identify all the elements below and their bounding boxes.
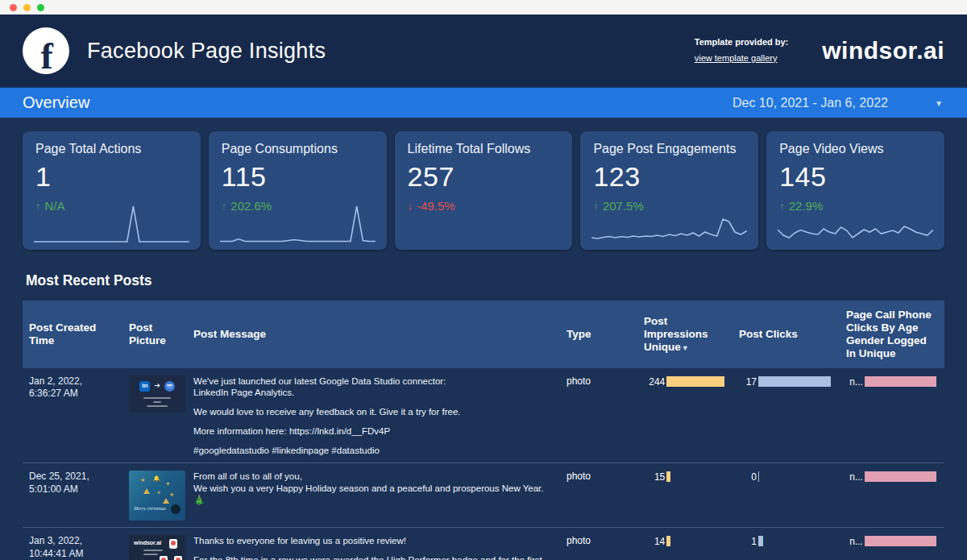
post-thumbnail-image: in ➔	[129, 375, 185, 413]
data-studio-icon	[164, 381, 175, 392]
post-clicks-cell: 0	[733, 471, 840, 521]
chevron-down-icon: ▾	[936, 97, 941, 109]
most-recent-posts-heading: Most Recent Posts	[26, 272, 941, 289]
post-impressions-cell: 14	[637, 535, 733, 560]
phone-clicks-value: n...	[846, 471, 863, 484]
kpi-title: Page Video Views	[779, 142, 932, 156]
message-line: From all of us to all of you,	[193, 471, 552, 483]
impressions-value: 244	[644, 376, 665, 389]
arrow-right-icon: ➔	[154, 381, 160, 391]
clicks-value: 17	[739, 376, 757, 389]
g2-badge-icon	[169, 539, 177, 549]
close-window-button[interactable]	[10, 4, 17, 11]
kpi-title: Lifetime Total Follows	[408, 142, 560, 156]
column-header-page-call-phone-clicks[interactable]: Page Call Phone Clicks By Age Gender Log…	[840, 301, 944, 368]
phone-clicks-cell: n...	[840, 375, 944, 457]
message-line: #googledatastudio #linkedinpage #datastu…	[193, 445, 552, 457]
kpi-value: 123	[593, 161, 745, 193]
message-line: More information here: https://lnkd.in/d…	[193, 425, 552, 438]
message-line: We've just launched our latest Google Da…	[193, 375, 552, 388]
phone-clicks-value: n...	[846, 536, 863, 549]
message-line: We wish you a very Happy Holiday season …	[193, 483, 552, 506]
kpi-value: 115	[222, 161, 374, 193]
merry-christmas-script-text: Merry christmas	[134, 506, 166, 512]
kpi-title: Page Total Actions	[35, 142, 188, 156]
page-title: Facebook Page Insights	[87, 39, 326, 64]
posts-table-header: Post Created Time Post Picture Post Mess…	[23, 301, 944, 368]
windsor-thumbnail-logo: windsor.ai	[134, 539, 161, 546]
kpi-card-lifetime-total-follows: Lifetime Total Follows 257 ↓-49.5%	[395, 131, 573, 250]
message-line: We would love to receive any feedback on…	[193, 406, 552, 418]
impressions-value: 14	[644, 536, 665, 549]
windsor-ai-logo: windsor.ai	[822, 37, 944, 64]
minimize-window-button[interactable]	[23, 4, 31, 11]
linkedin-icon: in	[139, 381, 150, 392]
clicks-value: 1	[739, 536, 757, 549]
column-header-post-created-time[interactable]: Post Created Time	[23, 313, 122, 355]
date-range-value: Dec 10, 2021 - Jan 6, 2022	[733, 96, 888, 110]
kpi-value: 257	[408, 161, 560, 193]
post-impressions-cell: 15	[637, 471, 733, 521]
kpi-card-page-post-engagements: Page Post Engagements 123 ↑207.5%	[580, 131, 758, 250]
kpi-title: Page Post Engagements	[593, 142, 745, 156]
column-header-post-message[interactable]: Post Message	[187, 320, 560, 349]
message-line: Thanks to everyone for leaving us a posi…	[193, 535, 552, 547]
column-header-post-clicks[interactable]: Post Clicks	[733, 320, 840, 349]
kpi-sparkline	[778, 202, 933, 243]
impressions-bar	[666, 376, 724, 387]
post-message: From all of us to all of you,We wish you…	[187, 471, 560, 521]
impressions-value: 15	[644, 471, 665, 484]
column-header-post-impressions-unique[interactable]: Post Impressions Unique▾	[637, 307, 733, 362]
table-row: Jan 2, 2022, 6:36:27 AM in ➔ We've just …	[23, 368, 944, 463]
clicks-bar	[758, 536, 763, 546]
sort-descending-icon: ▾	[683, 343, 687, 352]
message-line: LinkedIn Page Analytics.	[193, 387, 552, 399]
kpi-card-row: Page Total Actions 1 ↑N/A Page Consumpti…	[23, 131, 944, 250]
kpi-card-page-consumptions: Page Consumptions 115 ↑202.6%	[209, 131, 387, 250]
tab-overview[interactable]: Overview	[23, 93, 89, 112]
impressions-bar	[666, 471, 670, 482]
kpi-card-page-video-views: Page Video Views 145 ↑22.9%	[766, 131, 944, 250]
column-header-type[interactable]: Type	[560, 320, 637, 349]
post-created-time: Jan 2, 2022, 6:36:27 AM	[23, 375, 122, 457]
post-thumbnail-image: ★ 🔔 ● ✶ ★ Merry christmas	[129, 471, 185, 521]
facebook-logo-icon: f	[23, 27, 69, 74]
impressions-bar	[666, 536, 670, 546]
kpi-value: 145	[779, 161, 932, 193]
phone-clicks-value: n...	[846, 376, 863, 389]
message-line: For the 8th time in a row we were awarde…	[193, 554, 552, 560]
post-picture-cell: in ➔	[122, 375, 187, 457]
post-picture-cell: ★ 🔔 ● ✶ ★ Merry christmas	[122, 471, 187, 521]
dashboard-header: f Facebook Page Insights Template provid…	[0, 15, 967, 87]
zoom-window-button[interactable]	[37, 4, 44, 11]
post-type: photo	[560, 375, 637, 457]
kpi-sparkline	[220, 202, 376, 243]
date-range-selector[interactable]: Dec 10, 2021 - Jan 6, 2022 ▾	[733, 96, 944, 110]
g2-badge-icon	[174, 556, 182, 560]
column-header-label: Post Impressions Unique	[644, 315, 708, 353]
post-created-time: Jan 3, 2022, 10:44:41 AM	[23, 535, 122, 560]
view-template-gallery-link[interactable]: view template gallery	[695, 53, 778, 63]
phone-clicks-bar	[865, 536, 936, 546]
post-type: photo	[560, 471, 637, 521]
g2-badge-icon	[160, 556, 168, 560]
window-titlebar	[0, 0, 967, 15]
phone-clicks-cell: n...	[840, 535, 944, 560]
clicks-bar	[758, 376, 831, 387]
phone-clicks-cell: n...	[840, 471, 944, 521]
kpi-sparkline	[406, 202, 562, 243]
table-row: Jan 3, 2022, 10:44:41 AM windsor.ai Than…	[23, 527, 944, 560]
facebook-logo-letter: f	[41, 35, 53, 74]
kpi-value: 1	[35, 161, 188, 193]
post-clicks-cell: 1	[733, 535, 840, 560]
phone-clicks-bar	[865, 471, 936, 482]
post-created-time: Dec 25, 2021, 5:01:00 AM	[23, 471, 122, 521]
kpi-sparkline	[34, 202, 189, 243]
post-message: We've just launched our latest Google Da…	[187, 375, 560, 457]
post-clicks-cell: 17	[733, 375, 840, 457]
table-row: Dec 25, 2021, 5:01:00 AM ★ 🔔 ● ✶ ★ Merry…	[23, 463, 944, 527]
post-picture-cell: windsor.ai	[122, 535, 187, 560]
post-thumbnail-image: windsor.ai	[129, 535, 185, 560]
column-header-post-picture[interactable]: Post Picture	[122, 313, 187, 355]
thumbnail-logo-dot	[171, 504, 181, 514]
